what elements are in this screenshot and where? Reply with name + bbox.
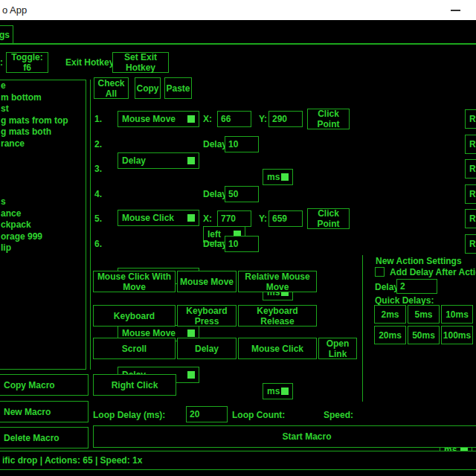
action-type-dropdown[interactable]: Delay: [118, 152, 199, 169]
add-mouse-move-button[interactable]: Mouse Move: [177, 271, 237, 292]
dropdown-indicator-icon: [187, 329, 195, 337]
row-delay-input[interactable]: 50: [225, 186, 259, 202]
loop-delay-value: 20: [190, 409, 199, 419]
loop-delay-label: Loop Delay (ms):: [93, 410, 165, 420]
click-point-button[interactable]: Click Point: [307, 109, 350, 129]
add-keyboard-press-button[interactable]: Keyboard Press: [177, 305, 237, 327]
add-delay-checkbox-label: Add Delay After Action: [390, 267, 476, 277]
y-label: Y:: [259, 114, 267, 124]
paste-button[interactable]: Paste: [164, 77, 192, 99]
macro-list-item[interactable]: m bottom: [1, 92, 42, 103]
add-right-click-button[interactable]: Right Click: [93, 374, 176, 396]
start-macro-button[interactable]: Start Macro: [93, 425, 476, 448]
add-delay-checkbox[interactable]: [375, 267, 385, 277]
window-title: o App: [2, 4, 27, 16]
status-bar-text: ific drop | Actions: 65 | Speed: 1x: [2, 455, 142, 466]
paste-label: Paste: [166, 83, 190, 94]
start-macro-label: Start Macro: [282, 431, 331, 442]
add-mouse-click-with-move-button[interactable]: Mouse Click With Move: [93, 271, 176, 292]
title-bar: o App: [0, 0, 476, 20]
action-row-number: 4.: [94, 189, 102, 199]
quick-delay-5ms-button[interactable]: 5ms: [408, 305, 440, 324]
set-exit-hotkey-button[interactable]: Set Exit Hotkey: [112, 52, 169, 73]
macro-list-item[interactable]: ance: [1, 208, 21, 219]
add-delay-button[interactable]: Delay: [177, 338, 237, 359]
add-relative-mouse-move-button[interactable]: Relative Mouse Move: [238, 271, 317, 292]
quick-delay-20ms-button[interactable]: 20ms: [374, 326, 406, 344]
macro-list[interactable]: em bottomstg mats from topg mats bothran…: [0, 80, 86, 370]
macro-list-item[interactable]: g mats both: [1, 126, 51, 137]
quick-delay-10ms-button[interactable]: 10ms: [441, 305, 473, 324]
quick-delay-50ms-button[interactable]: 50ms: [408, 326, 440, 344]
add-open-link-button[interactable]: Open Link: [318, 338, 357, 359]
macro-list-item[interactable]: g mats from top: [1, 115, 68, 126]
click-point-button[interactable]: Click Point: [307, 208, 350, 229]
minimize-icon[interactable]: [451, 10, 460, 11]
panel-divider: [90, 80, 91, 370]
add-mouse-click-button[interactable]: Mouse Click: [238, 338, 317, 359]
dropdown-indicator-icon: [187, 115, 195, 123]
action-row-number: 2.: [94, 139, 102, 149]
add-keyboard-release-button[interactable]: Keyboard Release: [238, 305, 317, 327]
y-input[interactable]: 290: [268, 111, 303, 127]
remove-action-button[interactable]: R: [465, 184, 476, 204]
macro-list-item[interactable]: orage 999: [1, 231, 42, 242]
copy-macro-button[interactable]: Copy Macro: [0, 374, 89, 396]
remove-action-button[interactable]: R: [465, 209, 476, 228]
tab-settings-label: gs: [0, 30, 10, 40]
macro-app-window: o App gs : Toggle: f6 Exit Hotkey: Set E…: [0, 0, 476, 476]
status-bar: ific drop | Actions: 65 | Speed: 1x: [0, 451, 476, 470]
row-delay-unit-dropdown[interactable]: ms: [263, 169, 293, 185]
row-delay-input[interactable]: 10: [225, 236, 259, 252]
x-label: X:: [203, 114, 212, 124]
delay-input-value: 2: [400, 281, 405, 292]
quick-delay-2ms-button[interactable]: 2ms: [374, 305, 406, 324]
action-type-dropdown[interactable]: Mouse Move: [118, 111, 199, 127]
new-macro-button[interactable]: New Macro: [0, 401, 89, 422]
delete-macro-button[interactable]: Delete Macro: [0, 427, 89, 448]
toggle-hotkey-button-label: Toggle: f6: [7, 52, 48, 73]
macro-list-item[interactable]: ckpack: [1, 219, 31, 230]
remove-action-button[interactable]: R: [465, 234, 476, 254]
macro-list-item[interactable]: s: [1, 196, 6, 207]
row-delay-input[interactable]: 10: [225, 136, 259, 152]
y-input[interactable]: 659: [268, 210, 303, 227]
tab-settings[interactable]: gs: [0, 25, 13, 44]
x-input[interactable]: 66: [217, 111, 251, 127]
action-row-number: 5.: [94, 213, 102, 224]
check-all-button[interactable]: Check All: [94, 77, 129, 99]
dropdown-indicator-icon: [187, 157, 195, 164]
add-scroll-button[interactable]: Scroll: [93, 338, 176, 359]
settings-divider: [362, 255, 363, 402]
macro-list-item[interactable]: rance: [1, 138, 25, 149]
toggle-hotkey-button[interactable]: Toggle: f6: [6, 52, 48, 73]
x-input[interactable]: 770: [217, 210, 251, 227]
action-type-dropdown[interactable]: Mouse Click: [118, 210, 199, 226]
dropdown-indicator-icon: [187, 371, 195, 379]
macro-list-item[interactable]: e: [1, 80, 6, 91]
dropdown-indicator-icon: [281, 387, 289, 395]
macro-list-item[interactable]: lip: [1, 242, 11, 253]
action-row-number: 6.: [94, 239, 102, 249]
row-delay-label: Delay: [203, 239, 227, 249]
macro-list-item[interactable]: st: [1, 103, 9, 114]
check-all-label: Check All: [94, 78, 128, 99]
new-action-settings-title: New Action Settings: [376, 256, 462, 266]
remove-action-button[interactable]: R: [465, 159, 476, 178]
row-delay-unit-dropdown[interactable]: ms: [263, 383, 293, 399]
quick-delay-100ms-button[interactable]: 100ms: [441, 326, 473, 344]
remove-action-button[interactable]: R: [465, 109, 476, 129]
loop-delay-input[interactable]: 20: [186, 406, 228, 422]
dropdown-indicator-icon: [281, 173, 289, 181]
copy-button[interactable]: Copy: [135, 77, 161, 99]
quick-delays-label: Quick Delays:: [375, 295, 434, 306]
y-label: Y:: [259, 213, 267, 224]
remove-action-button[interactable]: R: [465, 135, 476, 154]
delay-input[interactable]: 2: [396, 279, 437, 294]
set-exit-hotkey-button-label: Set Exit Hotkey: [113, 52, 168, 73]
row-delay-label: Delay: [203, 189, 227, 199]
copy-label: Copy: [137, 83, 159, 94]
add-keyboard-button[interactable]: Keyboard: [93, 305, 176, 327]
action-row-number: 3.: [94, 164, 102, 174]
dropdown-indicator-icon: [187, 214, 195, 222]
